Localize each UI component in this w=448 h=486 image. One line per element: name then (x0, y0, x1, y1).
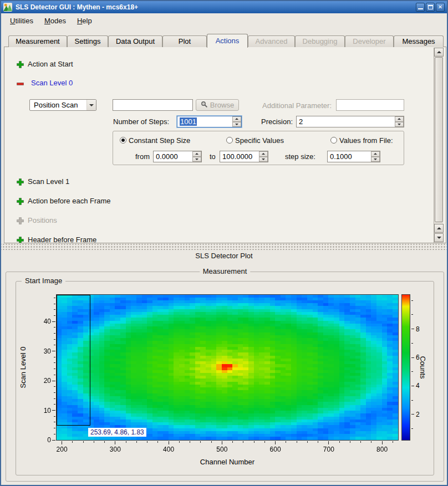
measurement-group-title: Measurement (200, 267, 250, 275)
expand-icon-action-before-each-frame[interactable] (17, 197, 24, 204)
y-tick-label: 20 (32, 377, 51, 385)
tab-data-output[interactable]: Data Output (108, 35, 162, 47)
maximize-button[interactable] (426, 3, 435, 12)
y-tick (54, 428, 55, 428)
scrollbar-thumb[interactable] (435, 57, 443, 222)
y-tick (54, 375, 55, 375)
browse-button: Browse (196, 99, 239, 111)
y-tick (54, 416, 55, 417)
tree-item-scan-level-1[interactable]: Scan Level 1 (28, 177, 69, 186)
scan-script-input[interactable] (113, 99, 193, 111)
plot-dock-title: SLS Detector Plot (1, 252, 447, 260)
spin-up-icon[interactable] (192, 151, 201, 157)
radio-label-values-from-file: Values from File: (339, 136, 393, 145)
x-tick (328, 441, 329, 444)
step-size-groupbox: from 0.0000 to 100.0000 step size: 0.100… (113, 131, 404, 165)
precision-label: Precision: (261, 117, 293, 126)
x-tick (136, 441, 137, 443)
number-of-steps-value: 1001 (180, 117, 197, 126)
to-value: 100.0000 (222, 152, 252, 161)
splitter-handle[interactable] (1, 244, 447, 250)
additional-parameter-input[interactable] (336, 99, 404, 111)
x-tick (211, 441, 212, 443)
collapse-icon-scan-level-0[interactable] (17, 80, 24, 87)
x-tick (297, 441, 297, 443)
tree-item-action-before-each-frame[interactable]: Action before each Frame (28, 197, 111, 205)
radio-values-from-file[interactable] (330, 137, 337, 144)
step-size-spinbox[interactable]: 0.1000 (327, 151, 380, 162)
tree-item-action-at-start[interactable]: Action at Start (28, 60, 73, 68)
y-tick (54, 315, 55, 316)
x-tick (157, 441, 158, 443)
spin-buttons (395, 116, 404, 127)
x-tick (190, 441, 190, 443)
tab-messages[interactable]: Messages (394, 35, 444, 47)
step-size-value: 0.1000 (330, 152, 352, 161)
spin-down-icon[interactable] (259, 157, 268, 162)
x-tick (169, 441, 169, 444)
x-tick (393, 441, 393, 443)
tree-item-scan-level-0[interactable]: Scan Level 0 (31, 79, 73, 87)
tab-settings[interactable]: Settings (67, 35, 108, 47)
spin-down-icon[interactable] (232, 122, 241, 127)
tab-plot[interactable]: Plot (162, 35, 207, 47)
scan-mode-combobox[interactable]: Position Scan (29, 99, 96, 111)
app-window: SLS Detector GUI : Mythen - mcs6x18+ ✕ U… (0, 0, 448, 486)
y-tick (52, 440, 55, 441)
tree-item-positions: Positions (28, 216, 57, 224)
actions-scrollbar[interactable] (434, 48, 443, 243)
spin-up-icon[interactable] (371, 151, 380, 157)
from-spinbox[interactable]: 0.0000 (153, 151, 202, 162)
tab-actions[interactable]: Actions (207, 34, 248, 48)
y-tick (54, 309, 55, 310)
to-spinbox[interactable]: 100.0000 (220, 151, 268, 162)
x-tick (72, 441, 73, 443)
maximize-icon (428, 5, 433, 9)
menu-utilities[interactable]: Utilities (4, 14, 39, 27)
close-button[interactable]: ✕ (436, 3, 445, 12)
radio-constant-step-size[interactable] (120, 137, 126, 144)
cursor-readout: 253.69, 4.86, 1.83 (88, 428, 146, 437)
x-tick (286, 441, 286, 443)
scroll-down-icon[interactable] (434, 233, 444, 242)
radio-specific-values[interactable] (226, 137, 233, 144)
colorbar-tick-label: 4 (416, 382, 427, 390)
spin-up-icon[interactable] (232, 116, 241, 122)
spin-up-icon[interactable] (259, 151, 268, 157)
spin-down-icon[interactable] (192, 157, 201, 162)
x-tick (62, 441, 62, 444)
scroll-up-icon[interactable] (434, 224, 444, 233)
titlebar[interactable]: SLS Detector GUI : Mythen - mcs6x18+ ✕ (1, 1, 447, 13)
x-tick-label: 200 (51, 446, 73, 453)
colorbar-tick (411, 357, 414, 358)
tab-advanced: Advanced (248, 35, 295, 47)
y-tick (54, 392, 55, 393)
minimize-button[interactable] (416, 3, 425, 12)
menu-modes[interactable]: Modes (39, 14, 72, 27)
heatmap-canvas[interactable] (56, 294, 399, 441)
tree-item-header-before-frame[interactable]: Header before Frame (28, 236, 96, 243)
colorbar-tick (411, 371, 413, 372)
x-tick (104, 441, 105, 443)
menu-help[interactable]: Help (72, 14, 98, 27)
y-tick (54, 369, 55, 369)
number-of-steps-label: Number of Steps: (113, 117, 169, 126)
x-tick (232, 441, 233, 443)
precision-spinbox[interactable]: 2 (296, 116, 404, 127)
expand-icon-action-at-start[interactable] (17, 60, 24, 68)
expand-icon-header-before-frame[interactable] (17, 236, 24, 243)
scroll-up-icon[interactable] (434, 48, 444, 57)
spin-down-icon[interactable] (371, 157, 380, 162)
expand-icon-scan-level-1[interactable] (17, 178, 24, 185)
number-of-steps-spinbox[interactable]: 1001 (177, 116, 242, 127)
y-tick-label: 10 (32, 407, 51, 415)
spin-buttons (192, 151, 201, 162)
spin-down-icon[interactable] (395, 122, 404, 127)
x-tick (264, 441, 265, 443)
y-tick-label: 0 (32, 436, 51, 444)
tab-measurement[interactable]: Measurement (8, 35, 67, 47)
browse-label: Browse (210, 101, 234, 109)
radio-label-constant-step-size: Constant Step Size (129, 136, 190, 145)
spin-up-icon[interactable] (395, 116, 404, 122)
x-tick (275, 441, 276, 444)
